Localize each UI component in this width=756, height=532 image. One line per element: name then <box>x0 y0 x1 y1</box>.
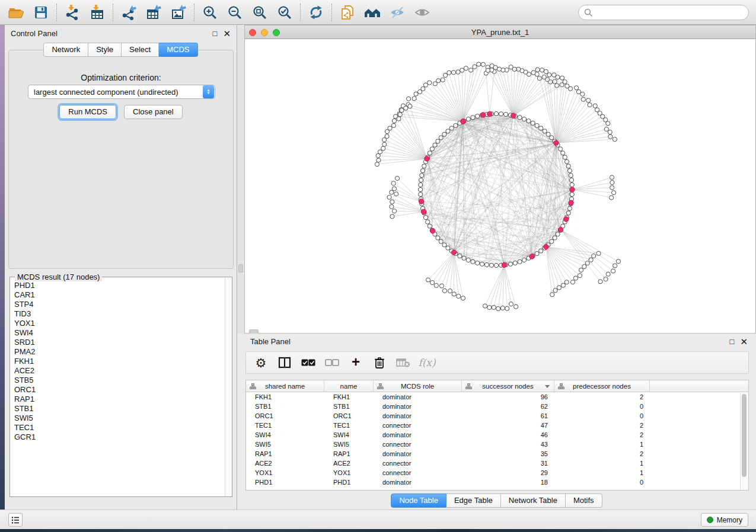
float-panel-icon[interactable]: □ <box>213 30 218 37</box>
mcds-result-item[interactable]: SWI4 <box>11 328 224 338</box>
tab-style[interactable]: Style <box>88 43 122 57</box>
cell-shared-name[interactable]: RAP1 <box>246 449 324 459</box>
table-settings-button[interactable]: ⚙ <box>251 354 271 371</box>
import-table-button[interactable] <box>85 2 110 23</box>
column-header-name[interactable]: name <box>324 380 374 392</box>
duplicate-network-button[interactable] <box>335 2 360 23</box>
cell-successor-nodes[interactable]: 96 <box>462 392 554 402</box>
table-row[interactable]: ORC1ORC1dominator610 <box>246 411 748 421</box>
mcds-list-scrollbar[interactable] <box>225 277 232 496</box>
close-panel-icon[interactable]: ✕ <box>740 337 748 346</box>
table-row[interactable]: RAP1RAP1dominator352 <box>246 449 748 459</box>
mcds-result-item[interactable]: FKH1 <box>11 357 224 366</box>
zoom-out-button[interactable] <box>222 2 247 23</box>
tab-network[interactable]: Network <box>43 43 88 57</box>
cell-predecessor-nodes[interactable]: 1 <box>554 459 650 468</box>
mcds-result-item[interactable]: PHD1 <box>11 281 224 290</box>
deselect-all-button[interactable] <box>322 354 342 371</box>
select-all-button[interactable] <box>298 354 318 371</box>
cell-name[interactable]: YOX1 <box>324 468 374 477</box>
mcds-result-item[interactable]: YOX1 <box>11 319 224 328</box>
apply-layout-button[interactable] <box>304 2 328 23</box>
cell-shared-name[interactable]: ACE2 <box>246 459 324 468</box>
cell-predecessor-nodes[interactable]: 2 <box>554 430 650 440</box>
column-header-shared-name[interactable]: shared name <box>246 380 324 392</box>
cell-MCDS-role[interactable]: dominator <box>374 477 462 487</box>
cell-name[interactable]: STB1 <box>324 402 374 411</box>
cell-predecessor-nodes[interactable]: 0 <box>554 402 650 411</box>
cell-MCDS-role[interactable]: dominator <box>374 449 462 459</box>
export-table-button[interactable] <box>141 2 166 23</box>
cell-shared-name[interactable]: PHD1 <box>246 477 324 487</box>
column-header-predecessor-nodes[interactable]: predecessor nodes <box>554 380 650 392</box>
export-image-button[interactable] <box>166 2 191 23</box>
splitter-handle[interactable] <box>238 264 243 273</box>
mcds-result-item[interactable]: STB5 <box>11 376 224 385</box>
cell-name[interactable]: RAP1 <box>324 449 374 459</box>
cell-shared-name[interactable]: TEC1 <box>246 421 324 430</box>
column-header-successor-nodes[interactable]: successor nodes <box>462 380 554 392</box>
memory-button[interactable]: Memory <box>701 513 748 527</box>
cell-shared-name[interactable]: FKH1 <box>246 392 324 402</box>
tab-mcds[interactable]: MCDS <box>159 43 197 57</box>
cell-successor-nodes[interactable]: 31 <box>462 459 554 468</box>
cell-shared-name[interactable]: ORC1 <box>246 411 324 421</box>
cell-MCDS-role[interactable]: connector <box>374 468 462 477</box>
cell-name[interactable]: ACE2 <box>324 459 374 468</box>
search-box[interactable] <box>578 5 749 20</box>
mcds-result-item[interactable]: TEC1 <box>11 423 224 432</box>
window-close-icon[interactable] <box>249 29 256 36</box>
tab-edge-table[interactable]: Edge Table <box>446 493 501 508</box>
hide-selected-button[interactable] <box>385 2 410 23</box>
table-scrollbar[interactable] <box>740 393 748 490</box>
search-input[interactable] <box>596 7 743 18</box>
table-row[interactable]: ACE2ACE2connector311 <box>246 459 748 468</box>
mcds-result-item[interactable]: PMA2 <box>11 347 224 357</box>
table-row[interactable]: PHD1PHD1dominator180 <box>246 477 748 487</box>
scrollbar-thumb[interactable] <box>742 394 747 477</box>
delete-column-button[interactable] <box>369 354 390 371</box>
cell-successor-nodes[interactable]: 61 <box>462 411 554 421</box>
table-row[interactable]: YOX1YOX1connector291 <box>246 468 748 477</box>
table-row[interactable]: TEC1TEC1connector472 <box>246 421 748 430</box>
cell-predecessor-nodes[interactable]: 2 <box>554 392 650 402</box>
mcds-result-item[interactable]: GCR1 <box>11 432 224 442</box>
cell-shared-name[interactable]: STB1 <box>246 402 324 411</box>
add-column-button[interactable]: + <box>346 354 366 371</box>
cell-successor-nodes[interactable]: 46 <box>462 430 554 440</box>
network-canvas[interactable] <box>244 39 756 334</box>
mcds-result-item[interactable]: CAR1 <box>11 290 224 300</box>
cell-MCDS-role[interactable]: connector <box>374 421 462 430</box>
mcds-result-item[interactable]: STB1 <box>11 404 224 414</box>
mcds-result-item[interactable]: ACE2 <box>11 366 224 376</box>
mcds-result-item[interactable]: ORC1 <box>11 385 224 395</box>
cell-MCDS-role[interactable]: dominator <box>374 430 462 440</box>
show-all-button[interactable] <box>410 2 435 23</box>
cell-successor-nodes[interactable]: 35 <box>462 449 554 459</box>
table-row[interactable]: FKH1FKH1dominator962 <box>246 392 748 402</box>
table-row[interactable]: STB1STB1dominator620 <box>246 402 748 411</box>
zoom-in-button[interactable] <box>197 2 222 23</box>
cell-MCDS-role[interactable]: dominator <box>374 402 462 411</box>
mcds-result-list[interactable]: PHD1CAR1STP4TID3YOX1SWI4SRD1PMA2FKH1ACE2… <box>11 281 224 496</box>
mcds-result-item[interactable]: SWI5 <box>11 414 224 423</box>
mcds-result-item[interactable]: RAP1 <box>11 395 224 404</box>
cell-name[interactable]: TEC1 <box>324 421 374 430</box>
window-minimize-icon[interactable] <box>261 29 268 36</box>
task-history-button[interactable] <box>8 513 23 527</box>
import-network-button[interactable] <box>60 2 85 23</box>
cell-predecessor-nodes[interactable]: 1 <box>554 440 650 449</box>
cell-MCDS-role[interactable]: connector <box>374 440 462 449</box>
cell-shared-name[interactable]: YOX1 <box>246 468 324 477</box>
cell-name[interactable]: ORC1 <box>324 411 374 421</box>
cell-shared-name[interactable]: SWI5 <box>246 440 324 449</box>
toggle-panels-button[interactable] <box>275 354 295 371</box>
tab-node-table[interactable]: Node Table <box>391 493 446 508</box>
network-window-titlebar[interactable]: YPA_prune.txt_1 <box>244 25 756 39</box>
cell-shared-name[interactable]: SWI4 <box>246 430 324 440</box>
cell-name[interactable]: SWI5 <box>324 440 374 449</box>
zoom-selected-button[interactable] <box>272 2 297 23</box>
cell-name[interactable]: FKH1 <box>324 392 374 402</box>
first-neighbors-button[interactable] <box>360 2 385 23</box>
mcds-result-item[interactable]: SRD1 <box>11 338 224 347</box>
